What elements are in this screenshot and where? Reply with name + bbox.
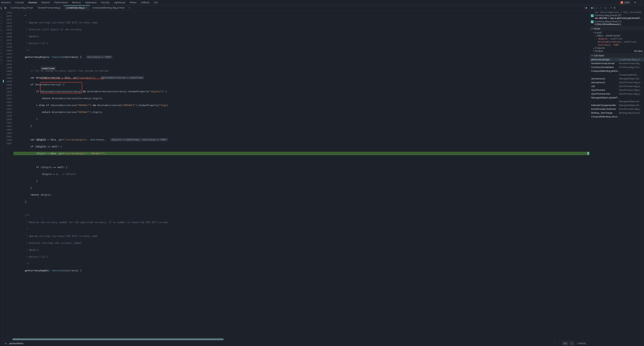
debugger-sidebar: ▶| ⤵ ↓ ↑ →| ⟋• ⏸ var oSourceOptions = th… — [590, 5, 644, 346]
callstack-row[interactable]: Currency.formatValueCurrency-dbg.js?eval… — [590, 65, 644, 69]
callstack-loc: ManagedObject-dbg.js?eval:3657 — [619, 77, 642, 80]
main-tab[interactable]: Network — [41, 1, 50, 4]
step-over-icon[interactable]: ⤵ — [595, 6, 597, 9]
step-out-icon[interactable]: ↑ — [600, 6, 602, 9]
main-tab[interactable]: Performance — [54, 1, 68, 4]
sidebar-toggle-icon[interactable]: ▮▯ — [3, 6, 8, 9]
scope-var: sCurrency: "EUR" — [594, 43, 642, 46]
main-tab[interactable]: Redux — [130, 1, 136, 4]
scope-var: iDigits: undefined — [594, 37, 642, 40]
callstack-row[interactable]: SyncPromise.thenSyncPromise-dbg.js?eval:… — [590, 92, 644, 96]
callstack-row[interactable]: NumberFormat.formatNumberFormat-dbg.js:1… — [590, 61, 644, 65]
callstack-row[interactable]: (anonymous)ManagedObject-dbg.js?eval:365… — [590, 77, 644, 80]
execution-marker — [588, 152, 589, 155]
prev-match-icon[interactable]: ˄ — [554, 342, 557, 345]
search-cancel-button[interactable]: CANCEL — [576, 342, 588, 345]
main-tab[interactable]: Security — [101, 1, 110, 4]
callstack-section: ▼Call Stack getCurrencyDigitsLocaleData-… — [590, 53, 644, 118]
callstack-loc: NumberFormat-dbg.js:1184 — [619, 62, 642, 65]
inline-value: sCurrency = "EUR" — [86, 55, 112, 58]
main-tab[interactable]: Elements — [1, 1, 11, 4]
horizontal-scrollbar[interactable] — [2, 339, 590, 341]
callstack-fn: ManagedObject.updateProperty — [591, 96, 620, 99]
close-icon[interactable]: × — [86, 6, 88, 9]
callstack-loc: ManagedObject-dbg.js?eval:3656 — [619, 100, 642, 103]
step-into-icon[interactable]: ↓ — [598, 6, 599, 9]
callstack-fn: Currency.formatValue — [591, 66, 614, 68]
file-tab[interactable]: LocaleData-dbg.js× — [63, 5, 90, 10]
search-input[interactable]: parsechildren — [9, 342, 86, 345]
error-count-badge[interactable]: × 1085 — [619, 1, 631, 4]
main-tab[interactable]: Sources — [28, 1, 37, 4]
scope-header[interactable]: ▼Scope — [590, 26, 644, 31]
file-tab[interactable]: NumberFormat-dbg.js — [35, 5, 63, 10]
callstack-row[interactable]: CompositeBindin…bg.js?eval:270 — [590, 73, 644, 77]
watchpoint-row[interactable]: ✓Currency-dbg.js?eval:271if (!this.bShow… — [591, 20, 643, 26]
deactivate-bp-icon[interactable]: ⟋• — [608, 6, 612, 9]
callstack-loc: SyncPromise-dbg.js?eval:308 — [619, 92, 642, 95]
regex-icon[interactable]: ᴀʙ — [4, 342, 8, 345]
underline-annotation — [41, 79, 104, 79]
scope-closure[interactable]: ▶Closure — [594, 46, 642, 49]
callstack-row[interactable]: ManagedObject-dbg.js?eval:3656 — [590, 99, 644, 103]
scope-section: ▼Scope ▼Local ▶this: constructor iDigits… — [590, 26, 644, 53]
regex-toggle[interactable]: .* — [570, 342, 574, 345]
callstack-fn: SyncPromise — [591, 89, 605, 91]
devtools-main-tabs: ElementsConsoleSourcesNetworkPerformance… — [0, 0, 644, 5]
file-tab[interactable]: Currency-dbg.js?eval — [8, 5, 35, 10]
callstack-row[interactable]: Binding._fireChangeBinding-dbg.js?eval:4… — [590, 111, 644, 115]
callstack-row[interactable]: getCurrencyDigitsLocaleData-dbg.js:1049 — [590, 58, 644, 61]
gear-icon[interactable]: ⚙ — [634, 1, 636, 4]
main-tab[interactable]: UI5 — [154, 1, 158, 4]
callstack-row[interactable]: EventProvider.fireEventEventProvider-dbg… — [590, 107, 644, 111]
callstack-fn: SyncPromise.then — [591, 92, 610, 95]
inline-value: mCustomCurrencies = undefined — [100, 76, 144, 79]
scope-global[interactable]: ▶GlobalWindow — [594, 49, 642, 52]
callstack-loc: SyncPromise-dbg.js?eval:225 — [619, 89, 642, 91]
callstack-header[interactable]: ▼Call Stack — [590, 53, 644, 58]
callstack-row[interactable]: ManagedObject.updateProperty — [590, 96, 644, 99]
file-tabs: ▮▯ Currency-dbg.js?evalNumberFormat-dbg.… — [2, 5, 590, 10]
code-area[interactable]: * * @param {string} sCurrency ISO 4217 c… — [14, 10, 590, 339]
callstack-loc: Binding-dbg.js?eval:434 — [619, 111, 642, 114]
error-count: 1085 — [624, 1, 630, 4]
code-editor[interactable]: 1029103010311032103310341035103610371038… — [2, 10, 590, 339]
main-tab[interactable]: Lighthouse — [114, 1, 125, 4]
callstack-fn: CompositeBinding.checkUpdate — [591, 115, 620, 118]
file-tab[interactable]: CompositeBinding-dbg.js?eval — [90, 5, 127, 10]
callstack-row[interactable]: SyncPromiseSyncPromise-dbg.js?eval:225 — [590, 88, 644, 92]
callstack-fn: (anonymous) — [591, 81, 605, 84]
callstack-fn: EventProvider.fireEvent — [591, 108, 616, 110]
callstack-loc: ManagedObject-dbg.js?eval:3436 — [619, 104, 642, 107]
checkbox-icon[interactable]: ✓ — [591, 14, 594, 17]
callstack-fn: fnModelChangeHandler — [591, 104, 616, 107]
panel-toggle-icon[interactable]: ▯▮ — [583, 6, 589, 9]
code-snippet: var oSourceOptions = this.oFormatOptions… — [591, 11, 643, 13]
resume-icon[interactable]: ▶| — [591, 6, 594, 9]
callstack-row[interactable]: CompositeBinding.checkUpdate — [590, 115, 644, 118]
callstack-row[interactable]: callSyncPromise-dbg.js?eval:60 — [590, 84, 644, 88]
error-icon: × — [620, 1, 623, 4]
main-tab[interactable]: Console — [15, 1, 24, 4]
main-tab[interactable]: Application — [85, 1, 97, 4]
kebab-icon[interactable]: ⋮ — [639, 1, 642, 4]
scope-var[interactable]: ▶this: constructor — [594, 34, 642, 37]
callstack-row[interactable]: CompositeBinding.getExternalValue — [590, 69, 644, 73]
watchpoint-row[interactable]: ✓Currency-dbg.js?eval:237var oBundle = s… — [591, 13, 643, 20]
main-tab[interactable]: Memory — [72, 1, 81, 4]
checkbox-icon[interactable]: ✓ — [591, 20, 594, 23]
callstack-loc: EventProvider-dbg.js?eval:247 — [619, 108, 642, 110]
callstack-row[interactable]: fnModelChangeHandlerManagedObject-dbg.js… — [590, 103, 644, 107]
scope-local[interactable]: ▼Local — [594, 31, 642, 34]
pause-exception-icon[interactable]: ⏸ — [613, 6, 616, 9]
main-tab[interactable]: AdBlock — [141, 1, 150, 4]
box-annotation — [40, 82, 82, 93]
callstack-loc: SyncPromise-dbg.js?eval:309 — [619, 81, 642, 84]
callstack-fn: CompositeBinding.getExternalValue — [591, 70, 620, 72]
match-case-toggle[interactable]: Aa — [562, 342, 568, 345]
step-icon[interactable]: →| — [603, 6, 606, 9]
callstack-row[interactable]: (anonymous)SyncPromise-dbg.js?eval:309 — [590, 80, 644, 84]
next-match-icon[interactable]: ˅ — [558, 342, 561, 345]
callstack-fn: call — [591, 85, 595, 87]
more-tabs-icon[interactable]: » — [127, 6, 132, 9]
